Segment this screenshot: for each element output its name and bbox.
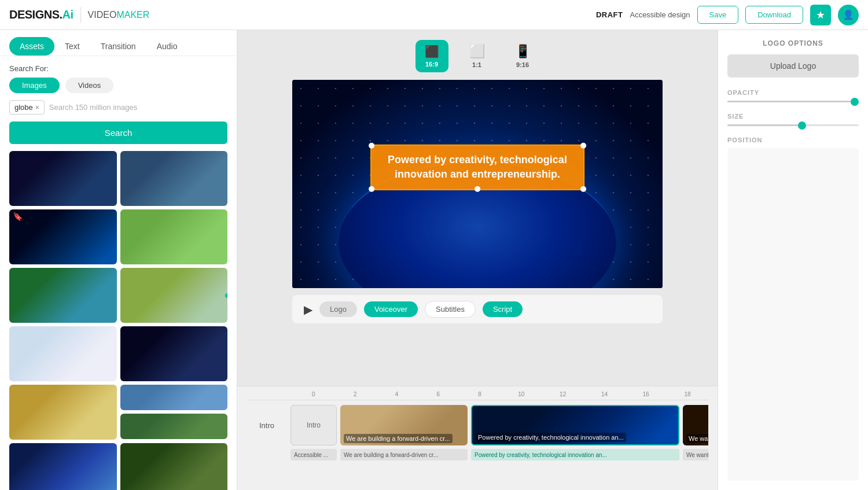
canvas-area: ⬛ 16:9 ⬜ 1:1 📱 9:16 Powered by creat	[237, 30, 718, 386]
timeline-clips-row: Intro We are building a forward-driven c…	[290, 405, 708, 445]
sub-clip-forward[interactable]: We are building a forward-driven cr...	[340, 449, 468, 460]
video-text-line1: Powered by creativity, technological	[388, 153, 567, 167]
ar-label-9-16: 9:16	[516, 61, 529, 68]
timeline-label-intro: Intro	[247, 405, 287, 445]
list-item[interactable]: 🔖	[9, 209, 117, 264]
app-body: Assets Text Transition Audio Search For:…	[0, 30, 868, 490]
list-item[interactable]	[120, 414, 228, 439]
ar-icon-1-1: ⬜	[469, 44, 485, 59]
bookmark-icon: 🔖	[13, 212, 23, 221]
subtitles-row: Accessible ... We are building a forward…	[290, 449, 708, 460]
list-item[interactable]	[120, 268, 228, 323]
logo-divider	[80, 7, 81, 23]
ar-icon-9-16: 📱	[515, 44, 531, 59]
search-button[interactable]: Search	[9, 121, 227, 144]
tab-text[interactable]: Text	[54, 37, 90, 56]
player-controls: ▶ Logo Voiceover Subtitles Script	[292, 295, 663, 323]
list-item[interactable]	[9, 385, 117, 440]
list-item[interactable]	[120, 151, 228, 206]
script-tab[interactable]: Script	[483, 301, 523, 317]
clip-earth-label: Powered by creativity, technological inn…	[476, 433, 626, 442]
ruler-mark-14: 14	[584, 391, 626, 397]
subtitles-tab[interactable]: Subtitles	[425, 301, 476, 318]
logo-videomaker: VIDEOMAKER	[88, 10, 150, 20]
ruler-mark-6: 6	[417, 391, 459, 397]
aspect-ratio-1-1[interactable]: ⬜ 1:1	[460, 39, 494, 73]
size-track	[727, 124, 859, 126]
list-item[interactable]	[9, 151, 117, 206]
clip-sandy-label: We are building a forward-driven cr...	[344, 434, 453, 443]
video-text-overlay[interactable]: Powered by creativity, technological inn…	[370, 145, 584, 190]
opacity-fill	[727, 101, 859, 102]
clip-dark[interactable]: We want to help passionate creat...	[683, 405, 708, 445]
main-area: ⬛ 16:9 ⬜ 1:1 📱 9:16 Powered by creat	[237, 30, 718, 490]
avatar-icon: 👤	[843, 9, 854, 20]
resize-handle-tl[interactable]	[369, 143, 374, 149]
tab-audio[interactable]: Audio	[146, 37, 188, 56]
size-thumb[interactable]	[798, 121, 806, 130]
save-button[interactable]: Save	[697, 6, 739, 24]
sub-clip-powered[interactable]: Powered by creativity, technological inn…	[471, 449, 679, 460]
star-button[interactable]: ★	[810, 5, 831, 25]
image-grid: 🔖	[0, 151, 237, 490]
search-for-label: Search For:	[0, 56, 237, 78]
ruler-mark-10: 10	[501, 391, 542, 397]
ruler-mark-0: 0	[293, 391, 334, 397]
opacity-label: OPACITY	[727, 89, 859, 96]
opacity-slider[interactable]	[727, 101, 859, 102]
ar-label-16-9: 16:9	[425, 61, 438, 68]
draft-label: DRAFT	[596, 10, 623, 19]
voiceover-tab[interactable]: Voiceover	[364, 301, 418, 317]
logo-options-title: LOGO OPTIONS	[727, 39, 859, 47]
timeline-ruler: 0 2 4 6 8 10 12 14 16 18	[247, 386, 708, 400]
logo-designs: DESIGNS.Ai	[9, 8, 73, 21]
search-tag-text: globe	[14, 103, 33, 112]
search-tag-remove[interactable]: ×	[35, 104, 39, 112]
type-videos-button[interactable]: Videos	[65, 78, 114, 93]
type-btns: Images Videos	[0, 78, 237, 100]
sub-clip-accessible[interactable]: Accessible ...	[290, 449, 337, 460]
aspect-ratio-16-9[interactable]: ⬛ 16:9	[415, 40, 448, 72]
ruler-mark-16: 16	[625, 391, 667, 397]
list-item[interactable]	[120, 385, 228, 410]
aspect-ratio-9-16[interactable]: 📱 9:16	[506, 39, 540, 73]
tabs-row: Assets Text Transition Audio	[0, 30, 237, 56]
size-label: SIZE	[727, 113, 859, 120]
scroll-indicator	[225, 293, 227, 298]
resize-handle-tr[interactable]	[580, 143, 586, 149]
star-icon: ★	[816, 9, 825, 21]
search-tag[interactable]: globe ×	[9, 100, 45, 115]
resize-handle-bm[interactable]	[475, 186, 480, 191]
clip-intro[interactable]: Intro	[290, 405, 337, 445]
accessible-design-label: Accessible design	[630, 10, 690, 19]
aspect-ratio-controls: ⬛ 16:9 ⬜ 1:1 📱 9:16	[415, 39, 540, 73]
list-item[interactable]	[9, 326, 117, 381]
list-item[interactable]	[120, 443, 228, 490]
ruler-mark-2: 2	[334, 391, 376, 397]
opacity-thumb[interactable]	[851, 98, 859, 106]
left-panel: Assets Text Transition Audio Search For:…	[0, 30, 237, 490]
timeline-area: 0 2 4 6 8 10 12 14 16 18 Intro Intro	[237, 386, 718, 490]
video-text-line2: innovation and entrepreneurship.	[388, 167, 567, 182]
position-area[interactable]	[727, 148, 859, 481]
clip-sandy[interactable]: We are building a forward-driven cr...	[340, 405, 468, 445]
tab-assets[interactable]: Assets	[9, 37, 54, 56]
tab-transition[interactable]: Transition	[90, 37, 146, 56]
logo-tab[interactable]: Logo	[319, 301, 357, 317]
ruler-mark-12: 12	[542, 391, 584, 397]
search-placeholder-text: Search 150 million images	[49, 103, 137, 112]
size-slider[interactable]	[727, 124, 859, 126]
timeline-labels: Intro	[247, 405, 287, 460]
download-button[interactable]: Download	[745, 6, 803, 24]
list-item[interactable]	[9, 443, 117, 490]
clip-earth-active[interactable]: Powered by creativity, technological inn…	[471, 405, 679, 445]
type-images-button[interactable]: Images	[9, 78, 60, 93]
avatar-button[interactable]: 👤	[838, 5, 859, 25]
list-item[interactable]	[120, 209, 228, 264]
list-item[interactable]	[9, 268, 117, 323]
upload-logo-button[interactable]: Upload Logo	[727, 54, 859, 78]
list-item[interactable]	[120, 326, 228, 381]
position-label: POSITION	[727, 137, 859, 143]
sub-clip-passionate[interactable]: We want to help passionate creat	[683, 449, 708, 460]
play-button[interactable]: ▶	[304, 303, 312, 316]
